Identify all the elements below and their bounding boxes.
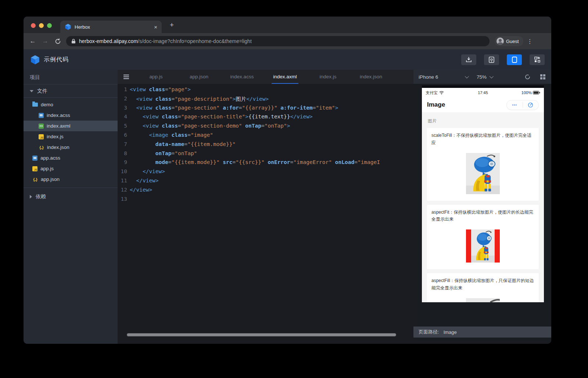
page-path-label: 页面路径: [419,329,439,335]
files-section-label: 文件 [37,88,47,94]
demo-image-aspectfill[interactable] [466,298,500,302]
file-item-demo[interactable]: demo [24,99,118,110]
deps-section-label: 依赖 [36,193,46,200]
file-label: app.json [41,176,60,182]
download-icon [466,57,472,63]
acss-file-icon [39,113,44,118]
app-title: 示例代码 [44,56,69,64]
phone-statusbar: 支付宝 17:45 100% [422,88,544,97]
file-label: index.js [47,134,64,139]
code-line: 1<view class="page"> [118,86,413,96]
back-icon[interactable]: ← [26,38,39,45]
app-header: 示例代码 [24,49,551,70]
browser-toolbar: ← → herbox-embed.alipay.com/s/doc-image?… [24,33,551,49]
phone-frame-top [422,85,544,88]
browser-menu-icon[interactable]: ⋮ [527,38,533,45]
files-section-header[interactable]: 文件 [24,85,118,98]
device-preview-icon [489,57,494,63]
tab-index-json[interactable]: index.json [349,70,392,84]
demo-title: scaleToFill：不保持纵横比缩放图片，使图片完全适应 [431,132,534,147]
new-tab-button[interactable]: + [170,21,174,29]
acss-file-icon [32,156,37,161]
js-file-icon: JS [32,166,37,171]
code-line: 6 <image class="image" [118,132,413,141]
mini-program-capsule: ••• [506,100,539,110]
folder-icon [32,103,38,107]
axml-file-icon: <> [39,124,44,129]
editor-tabbar: app.js app.json index.acss index.axml in… [118,70,413,84]
code-line: 2 <view class="page-description">图片</vie… [118,96,413,105]
code-line: 9 mode="{{item.mode}}" src="{{src}}" onE… [118,159,413,168]
demo-image-aspectfit[interactable] [466,229,500,263]
code-lines[interactable]: 1<view class="page">2 <view class="page-… [118,84,413,344]
close-window-button[interactable] [31,23,36,28]
url-text: herbox-embed.alipay.com/s/doc-image?chIn… [79,38,252,44]
browser-tab[interactable]: Herbox × [60,21,162,33]
clock-label: 17:45 [422,90,544,95]
simulator-button[interactable] [507,54,522,65]
demo-card-scaletofill[interactable]: scaleToFill：不保持纵横比缩放图片，使图片完全适应 [427,128,539,201]
editor-menu-icon[interactable] [118,75,135,79]
device-select[interactable]: iPhone 6 [413,74,468,80]
file-item-app-js[interactable]: JS app.js [24,163,118,174]
json-file-icon: {..} [32,176,38,182]
demo-card-aspectfit[interactable]: aspectFit：保持纵横比缩放图片，使图片的长边能完全显示出来 [427,205,539,270]
code-line: 12</view> [118,187,413,196]
file-label: index.axml [47,123,71,129]
file-item-app-acss[interactable]: app.acss [24,153,118,163]
code-line: 10 </view> [118,168,413,178]
capsule-refresh-button[interactable] [523,102,539,108]
reload-icon[interactable] [51,38,64,44]
page-path-bar: 页面路径: Image [413,327,551,338]
herbox-favicon [65,24,71,30]
qrcode-button[interactable] [530,54,545,65]
device-label: iPhone 6 [419,74,438,80]
sidebar-title: 项目 [24,70,118,85]
refresh-icon[interactable] [525,74,531,80]
file-item-index-acss[interactable]: index.acss [24,110,118,121]
file-label: index.json [47,145,69,150]
code-line: 7 data-name="{{item.mode}}" [118,141,413,150]
caret-right-icon [30,195,32,199]
tab-index-axml[interactable]: index.axml [263,70,306,84]
address-bar[interactable]: herbox-embed.alipay.com/s/doc-image?chIn… [66,36,490,46]
tab-close-icon[interactable]: × [154,24,157,30]
download-button[interactable] [461,54,476,65]
tab-app-js[interactable]: app.js [135,70,178,84]
file-item-index-js[interactable]: JS index.js [24,131,118,142]
preview-button[interactable] [484,54,499,65]
tab-index-js[interactable]: index.js [306,70,349,84]
file-item-index-axml[interactable]: <> index.axml [24,121,118,131]
simulator-pane: iPhone 6 75% 支付宝 17:45 100% [413,70,551,344]
zoom-window-button[interactable] [47,23,52,28]
profile-button[interactable]: Guest [495,36,523,46]
file-item-index-json[interactable]: {..} index.json [24,142,118,153]
file-label: app.acss [40,155,60,161]
deps-section-header[interactable]: 依赖 [24,190,118,203]
code-line: 8 onTap="onTap" [118,150,413,160]
file-item-app-json[interactable]: {..} app.json [24,174,118,185]
profile-label: Guest [506,39,519,44]
browser-tabstrip: Herbox × + [24,17,551,33]
tab-app-json[interactable]: app.json [178,70,220,84]
phone-preview: 支付宝 17:45 100% Image ••• 图 [422,85,544,302]
demo-image-scaletofill[interactable] [466,153,500,194]
chevron-down-icon [490,74,494,78]
tab-index-acss[interactable]: index.acss [220,70,263,84]
url-path: /s/doc-image?chInfo=openhome-doc&theme=l… [138,38,252,44]
demo-title: aspectFill：保持纵横比缩放图片，只保证图片的短边能完全显示出来 [431,277,534,292]
grid-icon[interactable] [540,74,545,79]
phone-content: 图片 scaleToFill：不保持纵横比缩放图片，使图片完全适应 aspect… [422,112,544,302]
zoom-label: 75% [477,74,487,80]
zoom-select[interactable]: 75% [477,74,492,80]
project-sidebar: 项目 文件 demo index.acss <> index.axml JS i… [24,70,118,344]
window-controls [31,23,52,28]
herbox-logo [30,55,40,65]
horizontal-scrollbar[interactable] [127,333,396,336]
code-line: 4 <view class="page-section-title">{{ite… [118,114,413,123]
minimize-window-button[interactable] [39,23,44,28]
forward-icon[interactable]: → [39,38,51,45]
more-button[interactable]: ••• [507,103,523,107]
demo-card-aspectfill[interactable]: aspectFill：保持纵横比缩放图片，只保证图片的短边能完全显示出来 [427,273,539,302]
json-file-icon: {..} [39,145,44,150]
